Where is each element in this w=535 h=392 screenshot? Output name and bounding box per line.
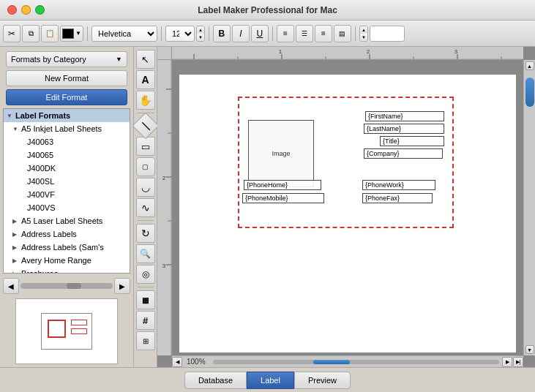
hand-tool-button[interactable]: ✋ [136,91,155,110]
label-card[interactable]: Image {FirstName} {LastName} {Title} [238,97,454,228]
title-field[interactable]: {Title} [380,136,444,146]
paste-button[interactable]: 📋 [41,25,59,42]
italic-button[interactable]: I [232,25,250,42]
hscroll-left-button[interactable]: ◀ [172,357,182,367]
tree-item-j400sl[interactable]: J400SL [4,175,130,188]
hash-tool-button[interactable]: # [136,311,155,330]
phonemobile-field[interactable]: {PhoneMobile} [242,193,324,203]
rounded-rect-tool-button[interactable]: ▢ [136,157,155,176]
wave-tool-button[interactable]: ∿ [136,198,155,217]
canvas-page: Image {FirstName} {LastName} {Title} [179,75,516,353]
dropdown-arrow-icon: ▼ [116,56,122,63]
extra-stepper[interactable]: ▲ ▼ [359,26,368,42]
tree-expand-icon: ▶ [12,218,21,225]
format-tree[interactable]: ▼ Label Formats ▼ A5 Inkjet Label Sheets… [3,108,130,274]
tree-header-label-formats[interactable]: ▼ Label Formats [4,109,130,122]
size-down-button[interactable]: ▼ [197,34,204,41]
preview-thumbnail [15,298,118,364]
line-tool-button[interactable]: | [132,113,159,140]
company-field[interactable]: {Company} [364,148,443,159]
tree-item-a5laser[interactable]: ▶ A5 Laser Label Sheets [4,214,130,227]
vscroll-thumb[interactable] [525,78,534,107]
tree-item-address-sam[interactable]: ▶ Address Labels (Sam's [4,241,130,254]
maximize-button[interactable] [35,5,45,15]
tree-item-j400vs[interactable]: J400VS [4,201,130,214]
hscroll-right-button[interactable]: ▶ [502,357,512,367]
tree-expand-icon: ▶ [12,257,21,264]
ruler-horizontal: 1 2 3 [172,47,523,60]
tree-item-j400vf[interactable]: J400VF [4,188,130,201]
toolbar-separator-2 [161,26,162,41]
canvas-scroll[interactable]: Image {FirstName} {LastName} {Title} [172,60,523,355]
phonework-field[interactable]: {PhoneWork} [362,180,435,190]
category-dropdown-label: Formats by Category [11,55,86,64]
edit-format-button[interactable]: Edit Format [6,89,127,105]
font-select[interactable]: Helvetica [91,26,157,42]
image-field[interactable]: Image [248,120,314,187]
vscroll-down-button[interactable]: ▼ [525,345,534,354]
panel-prev-button[interactable]: ◀ [3,278,19,294]
tree-item-j40063[interactable]: J40063 [4,135,130,148]
close-button[interactable] [7,5,17,15]
thumbnail-rect-1 [48,320,66,338]
tree-expand-icon: ▼ [12,126,21,132]
tree-item-j40065[interactable]: J40065 [4,148,130,162]
panel-controls: Formats by Category ▼ New Format Edit Fo… [0,47,133,108]
vscrollbar[interactable]: ▲ ▼ [523,60,535,355]
hscroll-far-right-button[interactable]: ▶| [513,357,523,367]
barcode-tool-button[interactable]: ▦ [136,290,155,309]
arrow-tool-button[interactable]: ↖ [136,50,155,69]
vscroll-up-button[interactable]: ▲ [525,61,534,70]
tree-expand-icon: ▶ [12,231,21,238]
tree-item-a5inkjet[interactable]: ▼ A5 Inkjet Label Sheets [4,122,130,135]
app-title: Label Maker Professional for Mac [198,5,337,15]
tree-item-brochures[interactable]: ▶ Brochures [4,267,130,274]
align-justify-button[interactable]: ▤ [334,25,351,42]
dbfield-tool-button[interactable]: ⊞ [136,331,155,350]
firstname-field[interactable]: {FirstName} [365,111,444,121]
hscroll-thumb[interactable] [313,360,350,364]
extra-down-button[interactable]: ▼ [360,34,367,41]
rect-tool-button[interactable]: ▭ [136,137,155,156]
extra-up-button[interactable]: ▲ [360,26,367,34]
toolbar-separator-5 [355,26,356,41]
tree-expand-icon: ▶ [12,244,21,251]
align-right-button[interactable]: ≡ [315,25,332,42]
minimize-button[interactable] [21,5,31,15]
phonehome-field[interactable]: {PhoneHome} [244,180,321,190]
category-dropdown[interactable]: Formats by Category ▼ [6,51,127,67]
rotate-tool-button[interactable]: ↻ [136,224,155,243]
database-tab[interactable]: Database [184,372,247,389]
underline-button[interactable]: U [251,25,269,42]
tree-expand-icon: ▼ [7,113,15,119]
panel-next-button[interactable]: ▶ [114,278,130,294]
phonefax-field[interactable]: {PhoneFax} [362,193,433,203]
copy-button[interactable]: ⧉ [22,25,40,42]
eye-tool-button[interactable]: ◎ [136,265,155,284]
svg-text:2: 2 [162,175,166,181]
hscrollbar[interactable]: ◀ 100% ▶ ▶| [172,355,523,367]
window-controls[interactable] [7,5,45,15]
svg-text:3: 3 [162,263,166,269]
align-left-button[interactable]: ≡ [277,25,294,42]
size-select[interactable]: 12 [165,26,195,42]
size-stepper[interactable]: ▲ ▼ [196,26,205,42]
tree-item-j400dk[interactable]: J400DK [4,162,130,175]
thumbnail-rect-3 [71,328,87,334]
size-up-button[interactable]: ▲ [197,26,204,34]
toolbar-separator-1 [87,26,88,41]
label-tab[interactable]: Label [247,372,294,389]
arc-tool-button[interactable]: ◡ [136,178,155,197]
preview-tab[interactable]: Preview [294,372,351,389]
zoom-tool-button[interactable]: 🔍 [136,244,155,263]
bold-button[interactable]: B [213,25,231,42]
cut-button[interactable]: ✂ [3,25,20,42]
tree-item-address[interactable]: ▶ Address Labels [4,227,130,241]
new-format-button[interactable]: New Format [6,70,127,86]
color-picker[interactable]: ▼ [60,26,83,42]
tree-item-avery[interactable]: ▶ Avery Home Range [4,254,130,267]
lastname-field[interactable]: {LastName} [364,124,444,134]
text-tool-button[interactable]: A [136,70,155,89]
align-center-button[interactable]: ☰ [296,25,313,42]
bottom-bar: Database Label Preview [0,367,535,392]
